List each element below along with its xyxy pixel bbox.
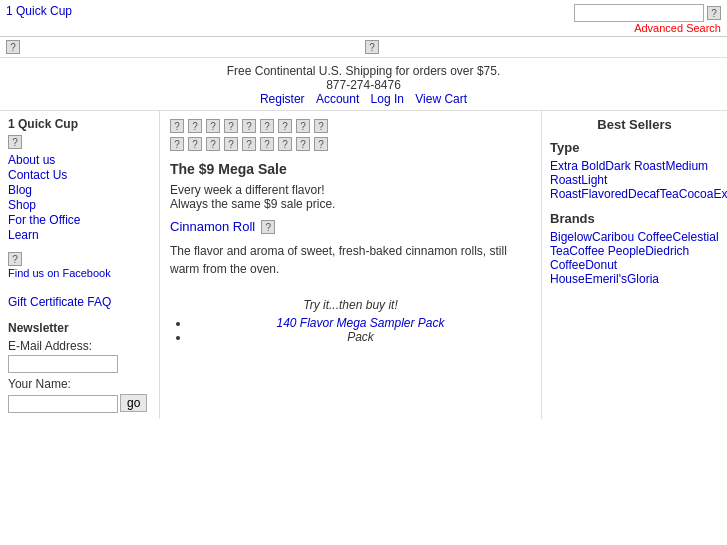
top-nav-icons-row: ? ? (0, 37, 727, 57)
cat-icon[interactable]: ? (296, 137, 310, 151)
gift-certificate-faq-link[interactable]: Gift Certificate FAQ (8, 295, 151, 309)
view-cart-link[interactable]: View Cart (415, 92, 467, 106)
mega-sale-description: Every week a different flavor! Always th… (170, 183, 531, 211)
type-title: Type (550, 140, 719, 155)
cat-icon[interactable]: ? (206, 137, 220, 151)
logo-image-placeholder: ? (8, 135, 22, 149)
type-tea[interactable]: Tea (659, 187, 678, 201)
brand-emerils[interactable]: Emeril's (585, 272, 627, 286)
sidebar-logo-icon: ? (8, 135, 151, 149)
sidebar-item-learn[interactable]: Learn (8, 228, 151, 242)
newsletter-title: Newsletter (8, 321, 151, 335)
category-icons-row-1: ? ? ? ? ? ? ? ? ? (170, 119, 531, 133)
cat-icon[interactable]: ? (188, 137, 202, 151)
mega-sale-section: The $9 Mega Sale Every week a different … (170, 161, 531, 344)
cat-icon[interactable]: ? (260, 137, 274, 151)
center-content: ? ? ? ? ? ? ? ? ? ? ? ? ? ? ? ? ? ? (160, 111, 542, 419)
type-section: Type Extra BoldDark RoastMedium RoastLig… (550, 140, 719, 201)
search-help-icon[interactable]: ? (707, 6, 721, 20)
advanced-search-link[interactable]: Advanced Search (634, 22, 721, 34)
type-extras[interactable]: Extras (713, 187, 727, 201)
sampler-pack-link[interactable]: 140 Flavor Mega Sampler Pack (276, 316, 444, 330)
mega-sale-title: The $9 Mega Sale (170, 161, 531, 177)
email-label: E-Mail Address: (8, 339, 151, 353)
newsletter-section: Newsletter E-Mail Address: Your Name: go (8, 321, 151, 413)
search-area: ? (574, 4, 721, 22)
sidebar-item-about[interactable]: About us (8, 153, 151, 167)
cat-icon[interactable]: ? (170, 119, 184, 133)
type-decaf[interactable]: Decaf (628, 187, 659, 201)
name-label: Your Name: (8, 377, 151, 391)
sidebar-item-office[interactable]: For the Office (8, 213, 151, 227)
login-link[interactable]: Log In (371, 92, 404, 106)
logo-link[interactable]: 1 Quick Cup (6, 4, 72, 18)
nav-icon[interactable]: ? (6, 40, 20, 54)
cat-icon[interactable]: ? (242, 137, 256, 151)
cat-icon[interactable]: ? (206, 119, 220, 133)
account-links: Register Account Log In View Cart (0, 92, 727, 106)
category-icon[interactable]: ? (365, 40, 379, 54)
sidebar-logo: 1 Quick Cup (8, 117, 151, 131)
left-sidebar: 1 Quick Cup ? About us Contact Us Blog S… (0, 111, 160, 419)
brands-title: Brands (550, 211, 719, 226)
cat-icon[interactable]: ? (314, 119, 328, 133)
cat-icon[interactable]: ? (278, 119, 292, 133)
product-description: The flavor and aroma of sweet, fresh-bak… (170, 242, 531, 278)
cat-icon[interactable]: ? (170, 137, 184, 151)
type-flavored[interactable]: Flavored (581, 187, 628, 201)
cat-icon[interactable]: ? (278, 137, 292, 151)
type-cocoa[interactable]: Cocoa (679, 187, 714, 201)
cat-icon[interactable]: ? (224, 119, 238, 133)
sidebar-item-contact[interactable]: Contact Us (8, 168, 151, 182)
best-sellers-title: Best Sellers (550, 117, 719, 132)
type-dark-roast[interactable]: Dark Roast (605, 159, 665, 173)
sidebar-item-shop[interactable]: Shop (8, 198, 151, 212)
sidebar-bottom: ? Find us on Facebook Gift Certificate F… (8, 252, 151, 309)
top-right-area: ? Advanced Search (574, 4, 721, 34)
sidebar-nav: About us Contact Us Blog Shop For the Of… (8, 153, 151, 242)
cat-icon[interactable]: ? (260, 119, 274, 133)
email-input[interactable] (8, 355, 118, 373)
sidebar-icon-placeholder: ? (8, 252, 22, 266)
brand-caribou[interactable]: Caribou Coffee (592, 230, 673, 244)
brand-bigelow[interactable]: Bigelow (550, 230, 592, 244)
type-extra-bold[interactable]: Extra Bold (550, 159, 605, 173)
shipping-text: Free Continental U.S. Shipping for order… (0, 64, 727, 78)
top-bar: 1 Quick Cup ? Advanced Search (0, 0, 727, 37)
register-link[interactable]: Register (260, 92, 305, 106)
sidebar-fb-link[interactable]: Find us on Facebook (8, 267, 151, 279)
cat-icon[interactable]: ? (296, 119, 310, 133)
sidebar-item-blog[interactable]: Blog (8, 183, 151, 197)
search-input[interactable] (574, 4, 704, 22)
brands-section: Brands BigelowCaribou CoffeeCelestial Te… (550, 211, 719, 286)
try-then-buy-label: Try it...then buy it! 140 Flavor Mega Sa… (170, 298, 531, 344)
product-image-placeholder: ? (261, 220, 275, 234)
cat-icon[interactable]: ? (188, 119, 202, 133)
cinnamon-roll-link[interactable]: Cinnamon Roll (170, 219, 255, 234)
account-link[interactable]: Account (316, 92, 359, 106)
info-bar: Free Continental U.S. Shipping for order… (0, 57, 727, 111)
type-links: Extra BoldDark RoastMedium RoastLight Ro… (550, 159, 719, 201)
cat-icon[interactable]: ? (242, 119, 256, 133)
right-sidebar: Best Sellers Type Extra BoldDark RoastMe… (542, 111, 727, 419)
newsletter-go-button[interactable]: go (120, 394, 147, 412)
cat-icon[interactable]: ? (224, 137, 238, 151)
brands-links: BigelowCaribou CoffeeCelestial TeaCoffee… (550, 230, 719, 286)
cat-icon[interactable]: ? (314, 137, 328, 151)
brand-gloria[interactable]: Gloria (627, 272, 659, 286)
name-input[interactable] (8, 395, 118, 413)
brand-coffee-people[interactable]: Coffee People (569, 244, 645, 258)
phone-number: 877-274-8476 (0, 78, 727, 92)
category-icons-row-2: ? ? ? ? ? ? ? ? ? (170, 137, 531, 151)
